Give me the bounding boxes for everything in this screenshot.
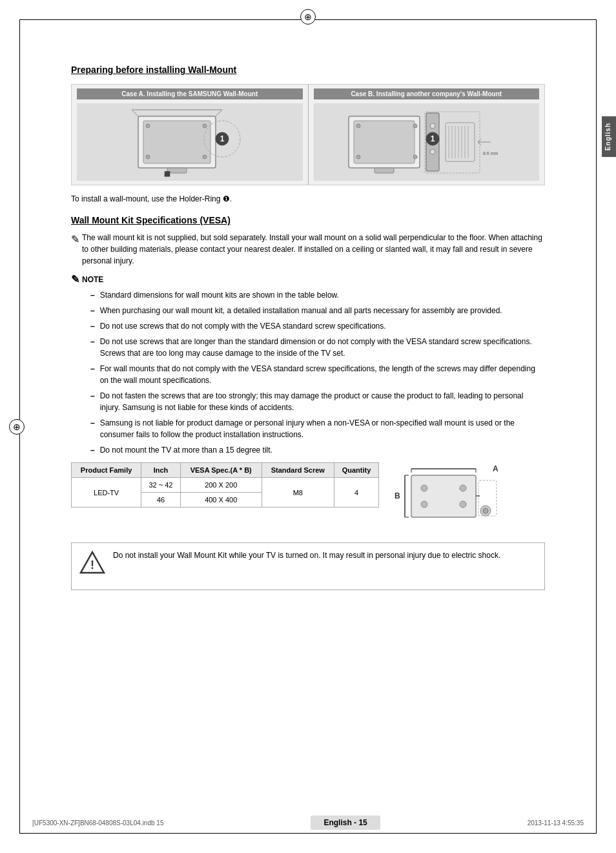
qty-1: 4 [334, 478, 378, 508]
bullet-list: – Standard dimensions for wall mount kit… [90, 289, 545, 456]
svg-rect-15 [354, 121, 415, 163]
svg-text:!: ! [90, 559, 94, 571]
wall-mount-title: Wall Mount Kit Specifications (VESA) [71, 215, 545, 225]
svg-line-10 [132, 110, 138, 116]
bullet-item-5: – For wall mounts that do not comply wit… [90, 363, 545, 386]
svg-point-51 [460, 501, 466, 508]
warning-text: Do not install your Wall Mount Kit while… [113, 550, 500, 561]
svg-rect-39 [411, 475, 476, 517]
inch-2: 46 [141, 493, 181, 508]
case-a-title: Case A. Installing the SAMSUNG Wall-Moun… [77, 88, 303, 99]
table-row: LED-TV 32 ~ 42 200 X 200 M8 4 [72, 478, 379, 493]
svg-text:8.6 mm: 8.6 mm [483, 151, 498, 156]
bullet-dash-2: – [90, 305, 95, 316]
svg-rect-16 [375, 168, 394, 173]
table-with-diagram: Product Family Inch VESA Spec.(A * B) St… [71, 462, 545, 533]
bullet-dash-5: – [90, 363, 95, 375]
footer: [UF5300-XN-ZF]BN68-04808S-03L04.indb 15 … [0, 816, 616, 830]
case-b-image: 1 8.6 [314, 103, 540, 181]
case-a-image: 1 ⬛ [77, 103, 303, 181]
note-pen-icon: ✎ [71, 232, 79, 247]
section1-title: Preparing before installing Wall-Mount [71, 65, 545, 75]
svg-point-53 [483, 508, 488, 513]
case-b: Case B. Installing another company's Wal… [309, 85, 545, 185]
svg-text:B: B [395, 491, 400, 500]
bullet-item-3: – Do not use screws that do not comply w… [90, 320, 545, 332]
svg-line-11 [216, 110, 222, 116]
bullet-dash-7: – [90, 417, 95, 429]
bullet-item-2: – When purchasing our wall mount kit, a … [90, 305, 545, 316]
svg-text:1: 1 [431, 134, 435, 143]
bullet-item-1: – Standard dimensions for wall mount kit… [90, 289, 545, 301]
case-a-svg: 1 ⬛ [125, 107, 254, 178]
svg-point-22 [430, 123, 435, 128]
col-inch: Inch [141, 463, 181, 478]
svg-point-19 [413, 124, 417, 128]
svg-point-20 [413, 155, 417, 159]
svg-rect-1 [143, 121, 210, 163]
case-b-title: Case B. Installing another company's Wal… [314, 88, 540, 99]
warning-triangle-svg: ! [79, 550, 105, 575]
diagram-area: Case A. Installing the SAMSUNG Wall-Moun… [71, 84, 545, 185]
case-b-svg: 1 8.6 [342, 107, 510, 178]
svg-point-49 [460, 485, 466, 491]
bracket-svg: A B [392, 462, 508, 533]
bullet-dash-8: – [90, 444, 95, 456]
table-header-row: Product Family Inch VESA Spec.(A * B) St… [72, 463, 379, 478]
svg-point-17 [356, 124, 360, 128]
svg-point-18 [356, 155, 360, 159]
case-a: Case A. Installing the SAMSUNG Wall-Moun… [72, 85, 309, 185]
bullet-item-4: – Do not use screws that are longer than… [90, 336, 545, 359]
screw-1: M8 [262, 478, 334, 508]
svg-point-23 [430, 149, 435, 154]
svg-point-6 [203, 155, 207, 159]
inch-1: 32 ~ 42 [141, 478, 181, 493]
vesa-1: 200 X 200 [180, 478, 262, 493]
bottom-border [19, 833, 597, 834]
svg-point-48 [421, 485, 427, 491]
svg-text:⬛: ⬛ [164, 170, 170, 177]
bullet-dash-6: – [90, 390, 95, 402]
main-note: ✎ The wall mount kit is not supplied, bu… [71, 232, 545, 267]
vesa-2: 400 X 400 [180, 493, 262, 508]
footer-center: English - 15 [311, 816, 380, 830]
right-border [596, 19, 597, 834]
page: ⊕ English ⊕ Preparing before installing … [0, 0, 616, 853]
product-family-1: LED-TV [72, 478, 141, 508]
bullet-dash-4: – [90, 336, 95, 347]
bullet-item-6: – Do not fasten the screws that are too … [90, 390, 545, 413]
note-bold-icon: ✎ [71, 273, 79, 285]
col-quantity: Quantity [334, 463, 378, 478]
top-compass-icon: ⊕ [300, 9, 316, 25]
side-tab-english: English [602, 116, 616, 157]
footer-left: [UF5300-XN-ZF]BN68-04808S-03L04.indb 15 [32, 819, 163, 827]
bullet-dash-1: – [90, 289, 95, 301]
warning-icon: ! [79, 550, 105, 583]
col-standard-screw: Standard Screw [262, 463, 334, 478]
bullet-item-7: – Samsung is not liable for product dama… [90, 417, 545, 440]
col-vesa-spec: VESA Spec.(A * B) [180, 463, 262, 478]
footer-right: 2013-11-13 4:55:35 [528, 819, 584, 827]
svg-text:A: A [493, 464, 498, 473]
bullet-item-8: – Do not mount the TV at more than a 15 … [90, 444, 545, 456]
install-note: To install a wall-mount, use the Holder-… [71, 194, 545, 203]
note-bold-label: ✎ NOTE [71, 273, 545, 285]
main-content: Preparing before installing Wall-Mount C… [39, 39, 577, 616]
svg-point-5 [203, 124, 207, 128]
svg-rect-26 [446, 123, 475, 161]
svg-point-4 [146, 155, 150, 159]
bracket-diagram: A B [385, 462, 515, 533]
bullet-dash-3: – [90, 320, 95, 332]
svg-point-50 [421, 501, 427, 508]
col-product-family: Product Family [72, 463, 141, 478]
warning-box: ! Do not install your Wall Mount Kit whi… [71, 542, 545, 590]
svg-point-3 [146, 124, 150, 128]
spec-table: Product Family Inch VESA Spec.(A * B) St… [71, 462, 379, 508]
svg-text:1: 1 [220, 134, 224, 143]
left-circle-icon: ⊕ [9, 419, 25, 435]
